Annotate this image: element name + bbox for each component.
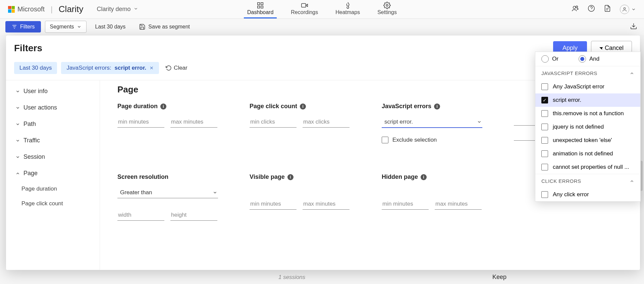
chevron-down-icon — [15, 105, 20, 110]
chevron-down-icon — [213, 190, 217, 195]
svg-point-8 — [576, 6, 578, 8]
dd-option-cannot-set[interactable]: cannot set properties of null ... — [535, 160, 640, 174]
demo-dropdown-label[interactable]: Clarity demo — [97, 6, 131, 13]
product-name: Clarity — [59, 4, 84, 14]
dd-option-jquery[interactable]: jquery is not defined — [535, 120, 640, 134]
sidebar-item-user-actions[interactable]: User actions — [6, 99, 100, 116]
filters-button-label: Filters — [20, 24, 35, 30]
sidebar-item-path[interactable]: Path — [6, 116, 100, 132]
sidebar-item-label: User info — [23, 88, 48, 95]
chip-js-errors[interactable]: JavaScript errors: script error. ✕ — [61, 62, 159, 74]
page-duration-min-input[interactable] — [117, 117, 164, 128]
chevron-down-icon[interactable] — [133, 6, 138, 13]
checkbox-icon — [382, 137, 388, 143]
checkbox-icon — [541, 164, 548, 170]
svg-rect-1 — [261, 3, 263, 5]
radio-icon — [579, 55, 586, 63]
modal-title: Filters — [14, 43, 42, 54]
save-icon — [139, 23, 146, 30]
dd-option-this-remove[interactable]: this.remove is not a function — [535, 107, 640, 120]
resolution-width-input[interactable] — [117, 210, 164, 221]
nav-heatmaps-label: Heatmaps — [335, 9, 360, 15]
field-screen-resolution: Screen resolution Greater than — [117, 173, 226, 221]
chip-value: script error. — [115, 65, 147, 71]
chip-last-30-days[interactable]: Last 30 days — [14, 62, 57, 74]
chevron-up-icon — [630, 71, 634, 76]
chevron-down-icon — [477, 120, 482, 124]
nav-heatmaps[interactable]: Heatmaps — [332, 0, 363, 18]
exclude-selection-checkbox[interactable]: Exclude selection — [382, 137, 490, 143]
chevron-down-icon — [631, 7, 636, 12]
nav-recordings[interactable]: Recordings — [287, 0, 321, 18]
field-label-text: Hidden page — [382, 173, 418, 181]
dd-section-js-errors[interactable]: JAVASCRIPT ERRORS — [535, 66, 640, 80]
undo-icon — [166, 65, 172, 71]
field-visible-page: Visible page i — [250, 173, 358, 221]
sidebar-subitem-page-duration[interactable]: Page duration — [6, 182, 100, 196]
visible-min-input[interactable] — [250, 199, 297, 210]
svg-rect-4 — [302, 4, 306, 7]
sidebar-item-label: Traffic — [23, 137, 40, 144]
chip-remove-icon[interactable]: ✕ — [150, 65, 154, 71]
info-icon[interactable]: i — [287, 174, 293, 180]
resolution-comparison-select[interactable]: Greater than — [117, 187, 218, 198]
filters-button[interactable]: Filters — [5, 21, 41, 32]
clear-button[interactable]: Clear — [163, 63, 190, 73]
segments-dropdown[interactable]: Segments — [45, 21, 87, 33]
visible-max-input[interactable] — [303, 199, 350, 210]
sessions-count-text: 1 sessions — [278, 274, 305, 281]
field-label-text: Visible page — [250, 173, 285, 181]
info-icon[interactable]: i — [434, 103, 440, 110]
dd-option-script-error[interactable]: ✓ script error. — [535, 93, 640, 107]
info-icon[interactable]: i — [421, 174, 427, 180]
radio-and[interactable]: And — [579, 55, 599, 63]
recordings-icon — [301, 2, 308, 9]
field-page-click-count: Page click count i — [250, 103, 358, 143]
sidebar-item-user-info[interactable]: User info — [6, 83, 100, 99]
svg-point-6 — [386, 4, 388, 6]
user-menu[interactable] — [620, 5, 636, 14]
sidebar-item-label: Session — [23, 153, 45, 160]
sidebar-item-traffic[interactable]: Traffic — [6, 132, 100, 149]
top-nav: Microsoft | Clarity Clarity demo Dashboa… — [0, 0, 644, 19]
primary-nav: Dashboard Recordings Heatmaps Settings — [244, 0, 400, 18]
page-clicks-min-input[interactable] — [250, 117, 297, 128]
sidebar-item-session[interactable]: Session — [6, 149, 100, 165]
field-label-text: Page duration — [117, 103, 158, 110]
sidebar-item-page[interactable]: Page — [6, 165, 100, 182]
filters-sidebar: User info User actions Path Traffic Sess… — [6, 80, 100, 270]
js-errors-select[interactable]: script error. — [382, 117, 482, 128]
dd-section-click-errors[interactable]: CLICK ERRORS — [535, 174, 640, 188]
dd-option-unexpected-token[interactable]: unexpected token 'else' — [535, 134, 640, 147]
logic-radio-group: Or And — [535, 52, 640, 66]
info-icon[interactable]: i — [300, 103, 306, 110]
svg-rect-0 — [258, 3, 260, 5]
chevron-down-icon — [15, 89, 20, 94]
share-icon[interactable] — [572, 5, 579, 14]
notes-icon[interactable] — [604, 5, 611, 14]
page-clicks-max-input[interactable] — [303, 117, 350, 128]
dd-option-any-js[interactable]: Any JavaScript error — [535, 80, 640, 93]
nav-settings[interactable]: Settings — [374, 0, 400, 18]
checkbox-icon — [541, 110, 548, 117]
sidebar-item-label: Page — [23, 170, 38, 177]
page-duration-max-input[interactable] — [170, 117, 217, 128]
radio-or[interactable]: Or — [541, 55, 558, 63]
save-segment-button[interactable]: Save as segment — [134, 21, 195, 33]
download-icon[interactable] — [630, 22, 637, 31]
checkbox-icon — [541, 137, 548, 144]
chip-label: Last 30 days — [19, 65, 52, 71]
sidebar-subitem-page-click-count[interactable]: Page click count — [6, 196, 100, 211]
help-icon[interactable] — [588, 5, 595, 14]
hidden-min-input[interactable] — [382, 199, 429, 210]
date-range-button[interactable]: Last 30 days — [91, 21, 130, 32]
save-segment-label: Save as segment — [148, 24, 190, 30]
dd-option-any-click[interactable]: Any click error — [535, 188, 640, 201]
brand-divider: | — [51, 5, 53, 14]
hidden-max-input[interactable] — [435, 199, 482, 210]
svg-point-7 — [573, 6, 576, 9]
resolution-height-input[interactable] — [170, 210, 217, 221]
info-icon[interactable]: i — [160, 103, 166, 110]
dd-option-animation[interactable]: animation is not defined — [535, 147, 640, 160]
nav-dashboard[interactable]: Dashboard — [244, 0, 277, 18]
